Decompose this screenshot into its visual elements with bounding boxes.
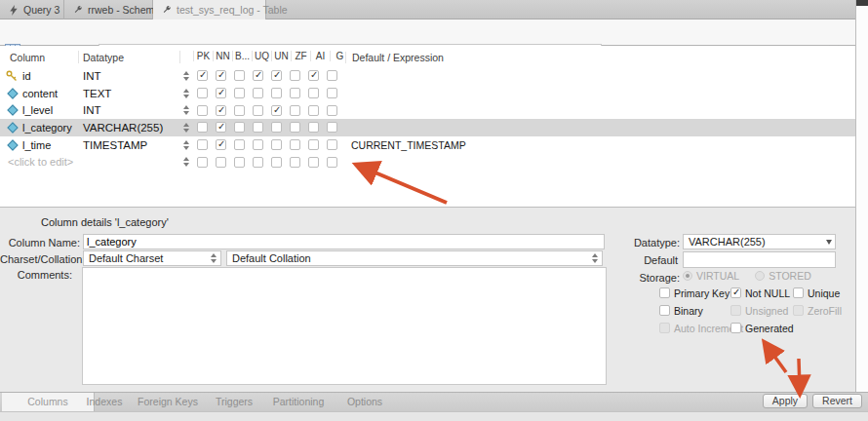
checkbox-icon[interactable] [730,323,741,333]
checkbox-icon[interactable] [730,305,741,316]
grid-header-check-label[interactable]: UQ [252,51,271,61]
grid-checkbox[interactable] [271,88,282,98]
grid-checkbox[interactable] [308,70,319,81]
checkbox-icon[interactable] [730,287,741,298]
grid-checkbox[interactable] [308,122,319,133]
column-datatype-cell[interactable]: INT [83,104,101,116]
grid-checkbox[interactable] [327,122,337,133]
grid-checkbox[interactable] [308,157,319,168]
column-name-cell[interactable]: l_category [22,122,72,134]
default-input[interactable] [683,251,836,268]
grid-checkbox[interactable] [290,105,300,116]
grid-checkbox[interactable] [197,70,208,81]
grid-header-default[interactable]: Default / Expression [345,52,444,63]
grid-checkbox[interactable] [253,88,263,98]
column-datatype-cell[interactable]: INT [83,70,101,82]
storage-radio[interactable]: STORED [755,270,811,282]
grid-checkbox[interactable] [234,70,245,81]
grid-checkbox[interactable] [271,122,282,133]
grid-header-check-label[interactable]: PK [193,51,213,61]
grid-checkbox[interactable] [290,122,300,133]
flag-option[interactable]: Binary [659,304,730,317]
column-name-input[interactable] [83,234,605,249]
action-button[interactable]: Apply [763,394,808,408]
comments-textarea[interactable] [82,267,607,385]
grid-checkbox[interactable] [197,139,208,150]
flag-option[interactable]: Auto Increment [659,322,730,334]
table-row[interactable]: content TEXT [0,85,855,102]
column-name-cell[interactable]: id [22,70,31,82]
grid-checkbox[interactable] [271,139,282,150]
grid-checkbox[interactable] [308,139,319,150]
grid-checkbox[interactable] [290,139,300,150]
grid-checkbox[interactable] [216,157,226,168]
grid-header-datatype[interactable]: Datatype [83,52,124,63]
grid-checkbox[interactable] [290,70,300,81]
column-default-cell[interactable]: CURRENT_TIMESTAMP [351,139,466,151]
flag-option[interactable]: Primary Key [659,287,730,299]
grid-checkbox[interactable] [197,88,208,98]
grid-checkbox[interactable] [327,157,337,168]
grid-checkbox[interactable] [327,70,337,81]
grid-checkbox[interactable] [271,105,282,116]
grid-checkbox[interactable] [290,157,300,168]
column-name-cell[interactable]: content [22,88,58,99]
column-name-cell[interactable]: <click to edit> [8,156,73,168]
checkbox-icon[interactable] [793,287,804,298]
storage-radio[interactable]: VIRTUAL [683,270,739,282]
collation-select[interactable]: Default Collation [226,250,603,266]
radio-icon[interactable] [755,271,765,281]
grid-checkbox[interactable] [234,122,245,133]
datatype-stepper-icon[interactable] [183,140,190,150]
grid-checkbox[interactable] [253,139,263,150]
flag-option[interactable]: Unsigned [730,304,793,317]
grid-checkbox[interactable] [234,88,245,98]
action-button[interactable]: Revert [812,394,862,408]
editor-tab[interactable]: Query 3 [0,0,64,19]
grid-checkbox[interactable] [216,88,226,98]
datatype-stepper-icon[interactable] [183,157,190,167]
grid-header-check-label[interactable]: NN [213,51,232,61]
checkbox-icon[interactable] [793,305,804,316]
grid-checkbox[interactable] [216,122,226,133]
grid-checkbox[interactable] [216,70,226,81]
editor-tab[interactable]: rrweb - Schema [64,0,153,19]
grid-header-check-label[interactable]: ZF [291,51,310,61]
editor-tab[interactable]: test_sys_req_log - Table [153,0,266,19]
right-scrollbar-strip[interactable] [855,0,868,392]
column-name-cell[interactable]: l_level [22,104,53,116]
flag-option[interactable]: Not NULL [730,287,793,299]
table-row[interactable]: <click to edit> [0,153,855,171]
column-datatype-cell[interactable]: TEXT [83,88,111,99]
grid-checkbox[interactable] [253,70,263,81]
checkbox-icon[interactable] [659,323,670,333]
grid-header-check-label[interactable]: B... [232,51,252,61]
column-datatype-cell[interactable]: VARCHAR(255) [83,122,163,134]
datatype-stepper-icon[interactable] [183,89,190,98]
grid-checkbox[interactable] [197,105,208,116]
datatype-stepper-icon[interactable] [183,105,190,115]
radio-icon[interactable] [683,271,692,281]
grid-checkbox[interactable] [308,88,319,98]
grid-checkbox[interactable] [271,70,282,81]
column-datatype-cell[interactable]: TIMESTAMP [83,139,147,151]
datatype-stepper-icon[interactable] [183,71,190,81]
grid-checkbox[interactable] [253,122,263,133]
grid-checkbox[interactable] [216,139,226,150]
checkbox-icon[interactable] [659,287,670,298]
grid-header-check-label[interactable]: UN [271,51,291,61]
grid-header-check-label[interactable]: AI [310,51,330,61]
grid-checkbox[interactable] [253,105,263,116]
grid-checkbox[interactable] [327,105,337,116]
checkbox-icon[interactable] [659,305,670,316]
table-row[interactable]: l_time TIMESTAMP CURRENT_TIMESTAMP [0,136,855,154]
grid-checkbox[interactable] [308,105,319,116]
table-row[interactable]: id INT [0,67,855,85]
grid-checkbox[interactable] [290,88,300,98]
grid-checkbox[interactable] [216,105,226,116]
column-name-cell[interactable]: l_time [22,139,51,151]
grid-checkbox[interactable] [197,122,208,133]
grid-checkbox[interactable] [253,157,263,168]
grid-checkbox[interactable] [197,157,208,168]
grid-checkbox[interactable] [234,105,245,116]
